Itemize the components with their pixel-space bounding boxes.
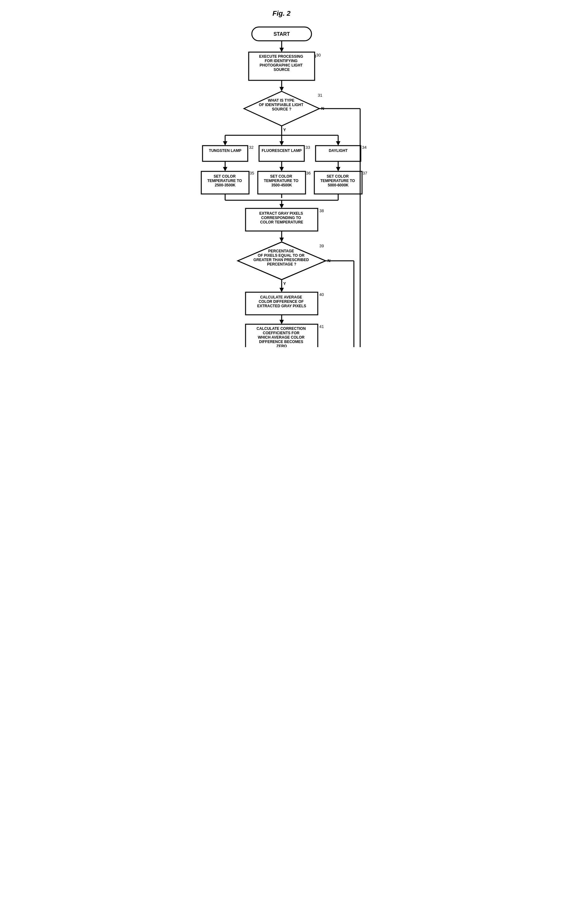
svg-text:30: 30 bbox=[316, 53, 321, 57]
svg-text:FLUORESCENT LAMP: FLUORESCENT LAMP bbox=[261, 148, 302, 153]
svg-rect-26 bbox=[259, 146, 304, 161]
svg-text:32: 32 bbox=[249, 145, 254, 150]
svg-text:35: 35 bbox=[250, 171, 254, 176]
svg-text:DAYLIGHT: DAYLIGHT bbox=[329, 148, 348, 153]
svg-text:38: 38 bbox=[319, 208, 324, 213]
svg-text:Y: Y bbox=[283, 281, 286, 286]
svg-text:CALCULATE AVERAGE
        COLO: CALCULATE AVERAGE COLOR DIFFERENCE OF EX… bbox=[257, 295, 306, 308]
flowchart: START EXECUTE PROCESSING FOR IDENTIFYING… bbox=[194, 24, 369, 348]
svg-marker-9 bbox=[279, 87, 284, 92]
svg-text:TUNGSTEN LAMP: TUNGSTEN LAMP bbox=[209, 148, 241, 153]
svg-marker-35 bbox=[279, 167, 284, 171]
flowchart-svg: START EXECUTE PROCESSING FOR IDENTIFYING… bbox=[194, 24, 369, 347]
svg-text:START: START bbox=[273, 32, 290, 37]
svg-text:34: 34 bbox=[362, 145, 366, 150]
svg-marker-33 bbox=[223, 167, 227, 171]
svg-marker-3 bbox=[279, 48, 284, 52]
svg-rect-23 bbox=[203, 146, 248, 161]
figure-title: Fig. 2 bbox=[188, 9, 376, 18]
svg-text:39: 39 bbox=[319, 243, 324, 248]
svg-marker-57 bbox=[279, 238, 284, 242]
svg-marker-20 bbox=[279, 141, 284, 146]
svg-text:37: 37 bbox=[363, 171, 367, 176]
svg-text:36: 36 bbox=[306, 171, 311, 176]
svg-text:EXTRACT GRAY PIXELS
        CO: EXTRACT GRAY PIXELS CORRESPONDING TO COL… bbox=[259, 211, 304, 224]
svg-rect-29 bbox=[315, 146, 361, 161]
svg-marker-69 bbox=[279, 320, 284, 324]
svg-text:41: 41 bbox=[319, 324, 324, 329]
svg-marker-52 bbox=[279, 204, 284, 208]
svg-marker-22 bbox=[336, 141, 340, 146]
svg-text:Y: Y bbox=[283, 128, 286, 132]
svg-marker-64 bbox=[279, 288, 284, 292]
svg-marker-37 bbox=[336, 167, 340, 171]
svg-text:31: 31 bbox=[318, 93, 322, 98]
svg-marker-18 bbox=[223, 141, 227, 146]
page: Fig. 2 START EXECUTE PROCESSING FOR IDEN… bbox=[188, 6, 376, 348]
svg-text:40: 40 bbox=[319, 292, 324, 297]
svg-text:33: 33 bbox=[306, 145, 310, 150]
